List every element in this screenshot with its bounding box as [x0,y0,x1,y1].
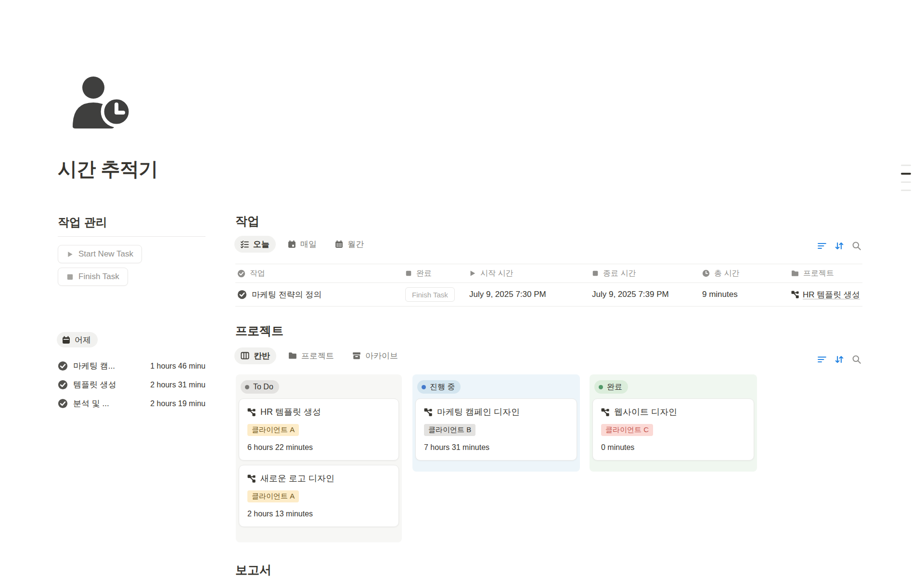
folder-icon [288,351,297,360]
history-task-name: 템플릿 생성 [73,379,116,390]
status-dot [599,385,603,389]
relation-icon [601,408,609,416]
search-icon[interactable] [852,355,861,364]
project-relation-link[interactable]: HR 템플릿 생성 [791,289,860,300]
card-duration: 0 minutes [601,443,745,452]
tab-today-label: 오늘 [253,239,270,250]
column-header-total-time[interactable]: 총 시간 [700,269,789,279]
outline-dash[interactable] [901,181,911,183]
kanban-column-todo: To Do HR 템플릿 생성 클라이언트 A 6 hours 22 minut… [236,374,402,542]
tab-monthly[interactable]: 월간 [329,236,370,253]
tab-archive[interactable]: 아카이브 [346,347,404,364]
column-status-pill[interactable]: To Do [241,380,279,394]
card-title: 마케팅 캠페인 디자인 [437,406,520,418]
client-tag: 클라이언트 A [247,424,299,436]
list-item[interactable]: 템플릿 생성 2 hours 31 minu [58,378,205,391]
column-header-label: 완료 [416,269,432,279]
card-duration: 6 hours 22 minutes [247,443,390,452]
tasks-table: 작업 완료 시작 시간 종료 시간 [235,264,862,307]
list-item[interactable]: 분석 및 ... 2 hours 19 minu [58,397,205,410]
tab-archive-label: 아카이브 [365,350,398,361]
column-header-start-time[interactable]: 시작 시간 [467,269,590,279]
kanban-column-in-progress: 진행 중 마케팅 캠페인 디자인 클라이언트 B 7 hours 31 minu… [412,374,580,472]
finish-task-button[interactable]: Finish Task [58,268,128,286]
start-new-task-label: Start New Task [78,249,133,259]
yesterday-toggle[interactable]: 어제 [57,332,98,347]
relation-icon [247,408,256,416]
tab-daily[interactable]: 매일 [282,236,323,253]
card-title: HR 템플릿 생성 [260,406,321,418]
sidebar-divider [58,236,205,237]
kanban-card[interactable]: 웹사이트 디자인 클라이언트 C 0 minutes [592,398,754,461]
finish-task-label: Finish Task [78,272,119,282]
kanban-column-done: 완료 웹사이트 디자인 클라이언트 C 0 minutes [590,374,757,472]
tasks-table-header: 작업 완료 시작 시간 종료 시간 [235,264,862,283]
start-new-task-button[interactable]: Start New Task [58,245,142,263]
projects-toolbar [817,355,861,364]
card-title: 새로운 로고 디자인 [260,473,334,484]
calendar-grid-icon [335,240,343,248]
tasks-toolbar [817,241,861,251]
task-check-icon[interactable] [237,290,247,299]
tab-projects[interactable]: 프로젝트 [282,347,340,364]
cell-task[interactable]: 마케팅 전략의 정의 [235,289,403,300]
checklist-icon [241,240,249,248]
projects-heading: 프로젝트 [235,323,283,339]
column-header-label: 총 시간 [714,269,739,279]
list-item[interactable]: 마케팅 캠... 1 hours 46 minu [58,359,205,372]
square-icon [405,270,412,277]
row-finish-task-button[interactable]: Finish Task [405,287,455,302]
reports-heading: 보고서 [235,562,271,577]
relation-icon [424,408,432,416]
task-check-icon [58,380,68,390]
relation-icon [791,291,799,298]
sort-icon[interactable] [834,355,844,364]
filter-icon[interactable] [817,241,827,251]
column-header-status[interactable]: 완료 [403,269,467,279]
column-status-pill[interactable]: 완료 [594,380,628,394]
folder-icon [791,269,799,277]
cell-start-time: July 9, 2025 7:30 PM [467,290,590,299]
filter-icon[interactable] [817,355,827,364]
client-tag: 클라이언트 A [247,490,299,502]
column-header-label: 종료 시간 [603,269,636,279]
outline-dash-active[interactable] [901,173,911,175]
tab-kanban[interactable]: 칸반 [234,347,276,364]
column-header-label: 작업 [250,269,265,279]
column-header-end-time[interactable]: 종료 시간 [590,269,700,279]
relation-icon [247,474,256,483]
tab-today[interactable]: 오늘 [234,236,276,253]
table-row[interactable]: 마케팅 전략의 정의 Finish Task July 9, 2025 7:30… [235,283,862,307]
task-name: 마케팅 전략의 정의 [252,289,321,300]
cell-end-time: July 9, 2025 7:39 PM [590,290,700,299]
time-tracker-page: 시간 추적기 작업 관리 Start New Task Finish Task … [0,0,924,577]
history-task-name: 분석 및 ... [73,398,109,409]
column-header-project[interactable]: 프로젝트 [789,269,862,279]
clock-icon [702,269,710,277]
page-title: 시간 추적기 [58,156,158,182]
stop-icon [66,273,74,281]
kanban-card[interactable]: 마케팅 캠페인 디자인 클라이언트 B 7 hours 31 minutes [415,398,577,461]
cell-project: HR 템플릿 생성 [789,289,862,300]
kanban-card[interactable]: HR 템플릿 생성 클라이언트 A 6 hours 22 minutes [239,398,399,461]
archive-box-icon [352,351,361,360]
column-header-label: 시작 시간 [480,269,513,279]
square-icon [592,270,599,277]
column-status-pill[interactable]: 진행 중 [417,380,461,394]
task-check-icon [58,361,68,371]
tab-kanban-label: 칸반 [254,350,270,361]
status-dot [422,385,426,389]
column-header-task[interactable]: 작업 [235,269,403,279]
kanban-card[interactable]: 새로운 로고 디자인 클라이언트 A 2 hours 13 minutes [239,465,399,527]
history-task-duration: 2 hours 31 minu [150,381,205,389]
outline-indicator[interactable] [901,165,911,198]
outline-dash[interactable] [901,190,911,191]
person-clock-logo-icon [68,75,136,130]
search-icon[interactable] [852,241,861,251]
client-tag: 클라이언트 C [601,424,653,436]
sort-icon[interactable] [834,241,844,251]
yesterday-history-list: 마케팅 캠... 1 hours 46 minu 템플릿 생성 2 hours … [58,359,205,416]
outline-dash[interactable] [901,165,911,166]
column-status-label: To Do [253,383,273,391]
play-icon [66,251,74,258]
